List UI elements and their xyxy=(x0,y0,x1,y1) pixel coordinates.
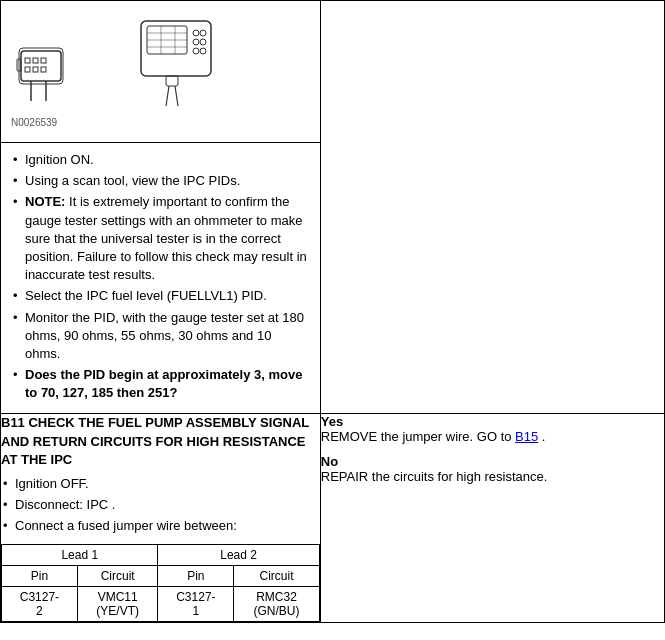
svg-rect-11 xyxy=(141,21,211,76)
svg-rect-6 xyxy=(33,67,38,72)
list-item: Using a scan tool, view the IPC PIDs. xyxy=(11,172,310,190)
yes-text: REMOVE the jumper wire. GO to B15 . xyxy=(321,429,664,444)
svg-point-22 xyxy=(193,48,199,54)
svg-rect-4 xyxy=(41,58,46,63)
list-item: Ignition OFF. xyxy=(1,475,320,493)
image-section: N0026539 xyxy=(1,1,320,143)
yes-block: Yes REMOVE the jumper wire. GO to B15 . xyxy=(321,414,664,444)
top-content-section: Ignition ON. Using a scan tool, view the… xyxy=(1,143,320,413)
svg-line-26 xyxy=(175,86,178,106)
svg-rect-1 xyxy=(19,48,63,84)
bullet-text: Connect a fused jumper wire between: xyxy=(15,518,237,533)
list-item: Does the PID begin at approximately 3, m… xyxy=(11,366,310,402)
bullet-text: Disconnect: IPC . xyxy=(15,497,115,512)
svg-rect-7 xyxy=(41,67,46,72)
b15-link[interactable]: B15 xyxy=(515,429,538,444)
lead2-header: Lead 2 xyxy=(158,544,319,565)
svg-rect-0 xyxy=(21,51,61,81)
table-row: C3127-2 VMC11(YE/VT) C3127-1 RMC32(GN/BU… xyxy=(2,586,320,621)
svg-rect-2 xyxy=(25,58,30,63)
svg-line-25 xyxy=(166,86,169,106)
circuit1-value: VMC11(YE/VT) xyxy=(77,586,158,621)
lead-table: Lead 1 Lead 2 Pin Circuit Pin Circuit C3… xyxy=(1,544,320,622)
top-right-empty xyxy=(320,1,664,414)
bullet-text: Monitor the PID, with the gauge tester s… xyxy=(25,310,304,361)
svg-point-19 xyxy=(200,30,206,36)
no-label: No xyxy=(321,454,664,469)
table-header-row: Lead 1 Lead 2 xyxy=(2,544,320,565)
circuit1-header: Circuit xyxy=(77,565,158,586)
list-item: Connect a fused jumper wire between: xyxy=(1,517,320,535)
svg-point-23 xyxy=(200,48,206,54)
bottom-left-section: B11 CHECK THE FUEL PUMP ASSEMBLY SIGNAL … xyxy=(1,414,321,622)
yes-period: . xyxy=(538,429,545,444)
circuit2-header: Circuit xyxy=(234,565,319,586)
list-item: Disconnect: IPC . xyxy=(1,496,320,514)
bottom-bullet-list: Ignition OFF. Disconnect: IPC . Connect … xyxy=(1,475,320,536)
bottom-right-section: Yes REMOVE the jumper wire. GO to B15 . … xyxy=(320,414,664,622)
bullet-text: Ignition ON. xyxy=(25,152,94,167)
no-block: No REPAIR the circuits for high resistan… xyxy=(321,454,664,484)
list-item: Ignition ON. xyxy=(11,151,310,169)
list-item: Monitor the PID, with the gauge tester s… xyxy=(11,309,310,364)
pin1-header: Pin xyxy=(2,565,78,586)
svg-point-21 xyxy=(200,39,206,45)
top-bullet-list: Ignition ON. Using a scan tool, view the… xyxy=(11,151,310,402)
circuit2-value: RMC32(GN/BU) xyxy=(234,586,319,621)
pin2-header: Pin xyxy=(158,565,234,586)
no-text: REPAIR the circuits for high resistance. xyxy=(321,469,664,484)
yes-label: Yes xyxy=(321,414,664,429)
image-caption: N0026539 xyxy=(11,117,310,128)
svg-rect-3 xyxy=(33,58,38,63)
device-images xyxy=(11,11,310,111)
yes-description: REMOVE the jumper wire. GO to xyxy=(321,429,515,444)
bullet-text: NOTE: It is extremely important to confi… xyxy=(25,194,307,282)
pin1-value: C3127-2 xyxy=(2,586,78,621)
svg-rect-5 xyxy=(25,67,30,72)
svg-point-18 xyxy=(193,30,199,36)
connector-icon xyxy=(11,21,101,111)
lead1-header: Lead 1 xyxy=(2,544,158,565)
bullet-text: Using a scan tool, view the IPC PIDs. xyxy=(25,173,240,188)
svg-point-20 xyxy=(193,39,199,45)
scan-tool-icon xyxy=(121,11,231,111)
bullet-text: Ignition OFF. xyxy=(15,476,89,491)
list-item: Select the IPC fuel level (FUELLVL1) PID… xyxy=(11,287,310,305)
section-title: B11 CHECK THE FUEL PUMP ASSEMBLY SIGNAL … xyxy=(1,414,320,469)
pin2-value: C3127-1 xyxy=(158,586,234,621)
bullet-text: Does the PID begin at approximately 3, m… xyxy=(25,367,302,400)
bullet-text: Select the IPC fuel level (FUELLVL1) PID… xyxy=(25,288,267,303)
table-sub-header-row: Pin Circuit Pin Circuit xyxy=(2,565,320,586)
list-item: NOTE: It is extremely important to confi… xyxy=(11,193,310,284)
svg-rect-24 xyxy=(166,76,178,86)
